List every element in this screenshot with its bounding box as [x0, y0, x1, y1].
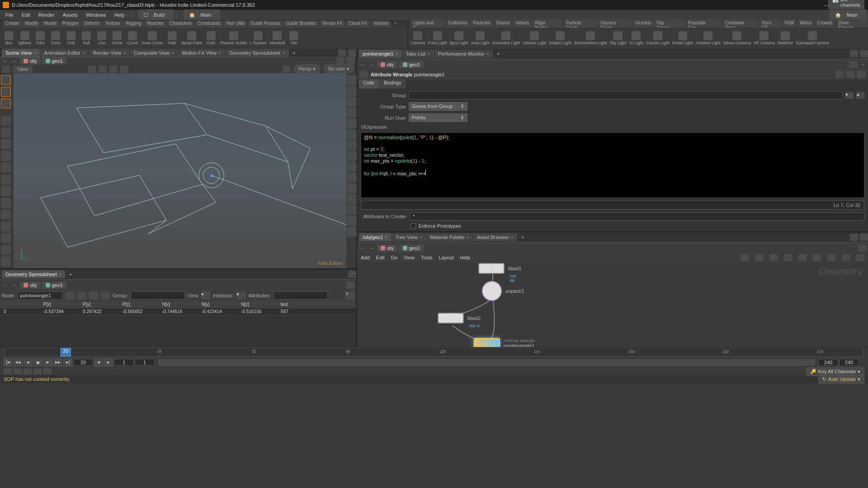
net-tool-icon[interactable] [784, 254, 792, 261]
display-opt-icon[interactable] [347, 140, 357, 150]
pane-layout-icon[interactable] [338, 49, 346, 56]
gear-icon[interactable] [835, 71, 844, 78]
nav-back-icon[interactable]: ← [2, 57, 9, 65]
net-menu-help[interactable]: Help [460, 255, 471, 260]
display-opt-icon[interactable] [347, 205, 357, 215]
vex-editor[interactable]: @N = normalize(point(1, "P", 1) - @P); i… [361, 132, 864, 198]
crumb-geo1[interactable]: geo1 [399, 61, 424, 68]
range-start[interactable] [114, 359, 134, 366]
shelf-tab[interactable]: Texture [103, 20, 123, 28]
tab-composite[interactable]: Composite View× [130, 49, 178, 57]
tool-arealight[interactable]: Area Light [470, 30, 490, 46]
nav-back-icon[interactable]: ← [2, 282, 9, 289]
shelf-tab[interactable]: Grains [494, 20, 512, 28]
col-test[interactable]: test [277, 301, 317, 308]
range-end-inner[interactable] [818, 359, 838, 366]
shelf-tab[interactable]: Viscous Fluids [598, 20, 632, 28]
tool-platonic[interactable]: Platonic Solids [219, 30, 248, 46]
view-label[interactable]: View [13, 66, 33, 73]
net-menu-go[interactable]: Go [391, 255, 398, 260]
col-nx[interactable]: N[x] [158, 301, 198, 308]
tab-objgeo[interactable]: /obj/geo1× [359, 233, 392, 241]
tool-stereo[interactable]: Stereo Camera [722, 30, 752, 46]
net-menu-view[interactable]: View [404, 255, 415, 260]
handle-icon[interactable] [88, 66, 96, 73]
nav-back-icon[interactable]: ← [359, 61, 366, 68]
shelf-tab[interactable]: Populate Con... [685, 20, 722, 28]
crumb-obj[interactable]: obj [377, 61, 397, 68]
pane-max-icon[interactable] [860, 234, 868, 241]
tool-curve[interactable]: Curve [125, 30, 140, 46]
nav-fwd-icon[interactable]: → [368, 61, 375, 68]
shelf-tab[interactable]: Flip Contai... [654, 20, 685, 28]
tool-skylight[interactable]: Sky Light [609, 30, 627, 46]
snap-tool-icon[interactable] [1, 198, 11, 208]
desktop-main-right[interactable]: 🏠 Main [830, 9, 866, 20]
keys-info[interactable]: 📊0 keys, 0/0 channels [828, 0, 864, 9]
shelf-tab[interactable]: Lights and C... [410, 20, 444, 28]
col-ny[interactable]: N[y] [198, 301, 238, 308]
shelf-tab[interactable]: Crowds [815, 20, 835, 28]
tab-geospread[interactable]: Geometry Spreadsheet× [226, 49, 289, 57]
tab-takelist[interactable]: Take List× [402, 50, 434, 58]
shelf-tab[interactable]: Collisions [445, 20, 470, 28]
shelf-tab[interactable]: Pyro FX [760, 20, 781, 28]
lock-icon[interactable] [283, 66, 291, 73]
range-end[interactable] [839, 359, 859, 366]
col-pz[interactable]: P[z] [119, 301, 159, 308]
goto-start-icon[interactable]: |◂ [4, 358, 13, 366]
group-input[interactable] [409, 91, 843, 99]
tab-sceneview[interactable]: Scene View× [2, 49, 40, 57]
attr-filter[interactable] [274, 291, 328, 300]
shelf-tab-add[interactable]: + [392, 20, 400, 28]
tool-gilight[interactable]: GI Light [628, 30, 645, 46]
realtime-icon[interactable] [4, 368, 12, 375]
crumb-obj[interactable]: obj [20, 57, 40, 65]
intr-dd[interactable]: ▾ [236, 291, 245, 300]
tool-ambient[interactable]: Ambient Light [695, 30, 722, 46]
shelf-tab[interactable]: Guide Brushes [283, 20, 319, 28]
tab-add[interactable]: + [66, 271, 75, 278]
shelf-tab[interactable]: Drive Simulat [836, 20, 868, 28]
node-unpack1[interactable]: unpack1 [482, 281, 524, 301]
display-opt-icon[interactable] [347, 86, 357, 96]
shelf-tab[interactable]: FEM [782, 20, 797, 28]
net-tool-icon[interactable] [741, 254, 749, 261]
tool-pointlight[interactable]: Point Light [427, 30, 448, 46]
display-opt-icon[interactable] [347, 194, 357, 204]
shelf-tab[interactable]: Constraints [195, 20, 223, 28]
shelf-tab[interactable]: Wires [797, 20, 814, 28]
tool-tube[interactable]: Tube [33, 30, 47, 46]
snap-tool-icon[interactable] [1, 233, 11, 243]
snapshot-icon[interactable] [1, 257, 11, 267]
tool-path[interactable]: Path [165, 30, 179, 46]
tab-treeview[interactable]: Tree View× [392, 233, 426, 241]
view-dd[interactable]: ▾ [201, 291, 210, 300]
viewport-canvas[interactable]: Indie Edition [14, 73, 346, 268]
settings-icon[interactable] [346, 57, 354, 65]
tab-renderview[interactable]: Render View× [89, 49, 129, 57]
play-fwd-icon[interactable]: ▸ [43, 358, 52, 366]
handle-icon[interactable] [109, 66, 118, 73]
handle-icon[interactable] [120, 66, 128, 73]
crumb-obj[interactable]: obj [377, 244, 397, 252]
tab-matpal[interactable]: Material Palette× [426, 233, 473, 241]
shelf-tab[interactable]: Container Tools [722, 20, 759, 28]
table-row[interactable]: 0 -0.537294 0.287422 -0.585652 -0.744516… [0, 308, 356, 315]
col-py[interactable]: P[y] [79, 301, 119, 308]
crumb-obj[interactable]: obj [20, 282, 40, 289]
pin-icon[interactable] [858, 244, 866, 252]
node-pointwrangle1[interactable]: Attribute Wrangle pointwrangle1 [474, 338, 535, 347]
snap-tool-icon[interactable] [1, 210, 11, 220]
tab-motionfx[interactable]: Motion FX View× [178, 49, 225, 57]
col-idx[interactable] [0, 301, 40, 308]
node-blast2[interactable]: blast2 not: 0 [438, 313, 481, 324]
tool-switcher[interactable]: Switcher [777, 30, 794, 46]
net-tool-icon[interactable] [798, 254, 807, 261]
viewport[interactable]: Indie Edition [0, 73, 356, 268]
tool-font[interactable]: Font [204, 30, 218, 46]
camera-dropdown[interactable]: No cam ▾ [323, 65, 354, 73]
nav-fwd-icon[interactable]: → [368, 244, 375, 252]
current-frame[interactable]: 20 [61, 348, 71, 357]
shelf-tab[interactable]: Deform [82, 20, 102, 28]
